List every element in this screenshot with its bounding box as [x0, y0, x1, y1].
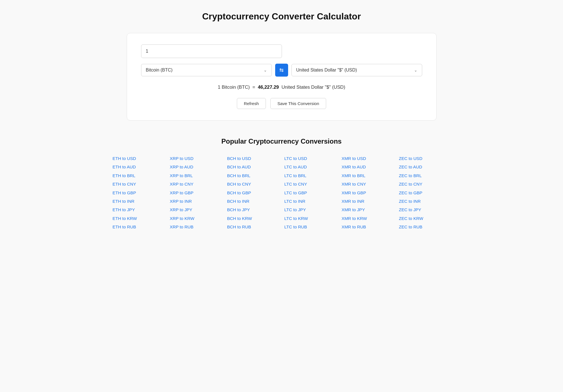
conversion-link[interactable]: BCH to CNY — [227, 180, 279, 188]
conversion-link[interactable]: XMR to RUB — [342, 223, 393, 231]
conversion-link[interactable]: XRP to KRW — [170, 214, 221, 223]
conversion-link[interactable]: ETH to KRW — [113, 214, 164, 223]
from-chevron-icon: ⌄ — [264, 68, 267, 72]
conversion-link[interactable]: BCH to AUD — [227, 163, 279, 171]
conversion-link[interactable]: ZEC to KRW — [399, 214, 450, 223]
conversion-link[interactable]: ETH to BRL — [113, 172, 164, 180]
conversion-link[interactable]: LTC to USD — [284, 154, 336, 163]
conversion-link[interactable]: XRP to BRL — [170, 172, 221, 180]
conversion-link[interactable]: XMR to CNY — [342, 180, 393, 188]
result-value: 46,227.29 — [258, 84, 279, 90]
conversion-link[interactable]: XMR to INR — [342, 197, 393, 206]
conversion-link[interactable]: BCH to KRW — [227, 214, 279, 223]
swap-button[interactable]: ⇆ — [275, 64, 288, 77]
conversion-link[interactable]: ZEC to AUD — [399, 163, 450, 171]
conversion-link[interactable]: XMR to KRW — [342, 214, 393, 223]
conversion-link[interactable]: XRP to RUB — [170, 223, 221, 231]
conversion-link[interactable]: XRP to GBP — [170, 189, 221, 197]
conversion-link[interactable]: BCH to GBP — [227, 189, 279, 197]
conversion-link[interactable]: BCH to USD — [227, 154, 279, 163]
conversion-link[interactable]: LTC to BRL — [284, 172, 336, 180]
conversion-link[interactable]: ZEC to CNY — [399, 180, 450, 188]
conversion-col-eth: ETH to USDETH to AUDETH to BRLETH to CNY… — [113, 154, 164, 231]
to-chevron-icon: ⌄ — [414, 68, 417, 72]
conversion-col-zec: ZEC to USDZEC to AUDZEC to BRLZEC to CNY… — [399, 154, 450, 231]
conversion-link[interactable]: BCH to JPY — [227, 206, 279, 214]
to-currency-select[interactable]: United States Dollar "$" (USD) ⌄ — [291, 64, 422, 76]
result-text: 1 Bitcoin (BTC) — [218, 84, 250, 90]
conversion-link[interactable]: LTC to AUD — [284, 163, 336, 171]
conversion-link[interactable]: ETH to AUD — [113, 163, 164, 171]
conversion-link[interactable]: LTC to RUB — [284, 223, 336, 231]
conversion-col-ltc: LTC to USDLTC to AUDLTC to BRLLTC to CNY… — [284, 154, 336, 231]
conversion-link[interactable]: LTC to GBP — [284, 189, 336, 197]
page-title: Cryptocurrency Converter Calculator — [17, 11, 546, 22]
conversion-link[interactable]: XRP to AUD — [170, 163, 221, 171]
conversion-link[interactable]: XRP to USD — [170, 154, 221, 163]
conversion-link[interactable]: BCH to RUB — [227, 223, 279, 231]
conversion-link[interactable]: ETH to CNY — [113, 180, 164, 188]
to-currency-label: United States Dollar "$" (USD) — [296, 68, 412, 73]
conversion-link[interactable]: XMR to AUD — [342, 163, 393, 171]
popular-section-title: Popular Cryptocurrency Conversions — [113, 137, 451, 145]
amount-input[interactable] — [141, 44, 282, 58]
actions-row: Refresh Save This Conversion — [141, 98, 422, 109]
conversion-link[interactable]: ETH to GBP — [113, 189, 164, 197]
conversion-link[interactable]: XRP to JPY — [170, 206, 221, 214]
conversions-grid: ETH to USDETH to AUDETH to BRLETH to CNY… — [113, 154, 451, 231]
swap-icon: ⇆ — [279, 67, 284, 73]
conversion-link[interactable]: ZEC to BRL — [399, 172, 450, 180]
conversion-link[interactable]: LTC to INR — [284, 197, 336, 206]
conversion-link[interactable]: BCH to BRL — [227, 172, 279, 180]
conversion-link[interactable]: ZEC to JPY — [399, 206, 450, 214]
from-currency-select[interactable]: Bitcoin (BTC) ⌄ — [141, 64, 272, 76]
from-currency-label: Bitcoin (BTC) — [146, 68, 261, 73]
save-conversion-button[interactable]: Save This Conversion — [270, 98, 326, 109]
conversion-link[interactable]: ZEC to INR — [399, 197, 450, 206]
refresh-button[interactable]: Refresh — [237, 98, 266, 109]
conversion-link[interactable]: ETH to USD — [113, 154, 164, 163]
conversion-link[interactable]: XRP to INR — [170, 197, 221, 206]
result-unit: United States Dollar "$" (USD) — [281, 84, 345, 90]
conversion-col-xrp: XRP to USDXRP to AUDXRP to BRLXRP to CNY… — [170, 154, 221, 231]
popular-section: Popular Cryptocurrency Conversions ETH t… — [113, 137, 451, 231]
conversion-link[interactable]: LTC to CNY — [284, 180, 336, 188]
converter-card: Bitcoin (BTC) ⌄ ⇆ United States Dollar "… — [127, 33, 437, 121]
conversion-link[interactable]: XMR to GBP — [342, 189, 393, 197]
conversion-link[interactable]: XMR to JPY — [342, 206, 393, 214]
conversion-link[interactable]: XMR to BRL — [342, 172, 393, 180]
conversion-col-bch: BCH to USDBCH to AUDBCH to BRLBCH to CNY… — [227, 154, 279, 231]
conversion-link[interactable]: ZEC to USD — [399, 154, 450, 163]
conversion-link[interactable]: BCH to INR — [227, 197, 279, 206]
conversion-link[interactable]: ZEC to RUB — [399, 223, 450, 231]
conversion-link[interactable]: XMR to USD — [342, 154, 393, 163]
conversion-link[interactable]: LTC to KRW — [284, 214, 336, 223]
conversion-link[interactable]: LTC to JPY — [284, 206, 336, 214]
result-equals: = — [252, 84, 255, 90]
conversion-link[interactable]: ZEC to GBP — [399, 189, 450, 197]
selectors-row: Bitcoin (BTC) ⌄ ⇆ United States Dollar "… — [141, 64, 422, 77]
conversion-link[interactable]: ETH to JPY — [113, 206, 164, 214]
conversion-link[interactable]: XRP to CNY — [170, 180, 221, 188]
conversion-col-xmr: XMR to USDXMR to AUDXMR to BRLXMR to CNY… — [342, 154, 393, 231]
conversion-link[interactable]: ETH to RUB — [113, 223, 164, 231]
conversion-link[interactable]: ETH to INR — [113, 197, 164, 206]
result-row: 1 Bitcoin (BTC) = 46,227.29 United State… — [141, 84, 422, 90]
